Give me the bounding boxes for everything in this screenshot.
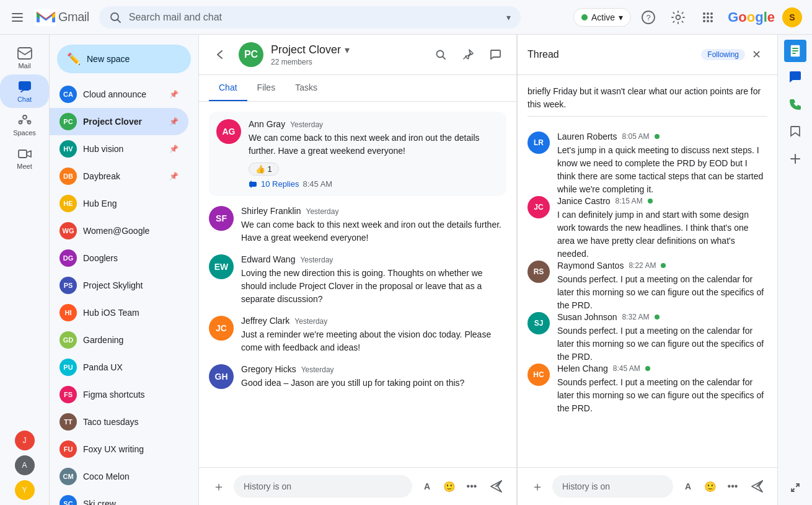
sidebar-item-name-dooglers: Dooglers xyxy=(83,253,179,263)
thread-avatar-t2: JC xyxy=(527,196,550,218)
search-chat-button[interactable] xyxy=(430,43,452,66)
nav-meet[interactable]: Meet xyxy=(0,141,49,175)
sidebar-avatar-gardening: GD xyxy=(60,331,77,349)
sidebar-item-cloud-announce[interactable]: CA Cloud announce 📌 xyxy=(50,81,188,108)
msg-time-m1: Yesterday xyxy=(290,120,323,129)
pin-icon-daybreak: 📌 xyxy=(169,172,179,181)
thread-content-t4: Susan Johnson 8:32 AM Sounds perfect. I … xyxy=(557,312,767,364)
new-chat-button[interactable] xyxy=(484,43,506,66)
search-bar[interactable]: Search mail and chat ▾ xyxy=(99,6,521,29)
sidebar-item-foxy-ux[interactable]: FU Foxy UX writing xyxy=(50,436,188,463)
right-phone-icon[interactable] xyxy=(783,92,808,117)
thread-input[interactable]: History is on xyxy=(552,475,673,498)
sidebar-item-name-panda-ux: Panda UX xyxy=(83,362,179,372)
msg-time-m3: Yesterday xyxy=(300,256,333,264)
chat-add-button[interactable]: ＋ xyxy=(209,476,229,496)
thread-add-button[interactable]: ＋ xyxy=(527,476,547,496)
thread-message-t2: JC Janice Castro 8:15 AM I can definitel… xyxy=(527,196,767,261)
new-space-button[interactable]: ✏️ New space xyxy=(57,45,191,73)
sidebar-item-project-clover[interactable]: PC Project Clover 📌 xyxy=(50,108,188,135)
sidebar-item-taco-tuesdays[interactable]: TT Taco tuesdays xyxy=(50,408,188,436)
sidebar-item-gardening[interactable]: GD Gardening xyxy=(50,326,188,354)
svg-rect-22 xyxy=(19,150,27,158)
tab-tasks[interactable]: Tasks xyxy=(285,75,327,101)
sidebar-item-dooglers[interactable]: DG Dooglers xyxy=(50,244,188,272)
online-indicator-t1 xyxy=(655,134,660,139)
online-indicator-t4 xyxy=(655,315,660,320)
msg-time-m4: Yesterday xyxy=(294,317,327,326)
user-avatar-3[interactable]: Y xyxy=(15,480,35,500)
settings-button[interactable] xyxy=(666,5,691,30)
more-button[interactable]: ••• xyxy=(462,476,482,496)
send-button[interactable] xyxy=(487,476,506,496)
svg-rect-28 xyxy=(792,50,798,51)
tab-chat[interactable]: Chat xyxy=(209,75,247,101)
chat-input[interactable]: History is on xyxy=(234,475,412,498)
apps-button[interactable] xyxy=(695,5,720,30)
thread-close-button[interactable]: ✕ xyxy=(745,43,767,66)
active-label: Active xyxy=(591,12,615,22)
title-caret[interactable]: ▾ xyxy=(345,44,350,56)
thread-sender-t2: Janice Castro xyxy=(557,196,611,206)
nav-spaces[interactable]: Spaces xyxy=(0,108,49,141)
help-button[interactable]: ? xyxy=(636,5,661,30)
right-add-icon[interactable] xyxy=(783,146,808,171)
right-bookmark-icon[interactable] xyxy=(783,119,808,144)
search-dropdown-icon[interactable]: ▾ xyxy=(506,12,511,22)
format-button[interactable]: A xyxy=(417,476,437,496)
back-button[interactable] xyxy=(209,43,231,66)
chat-input-placeholder: History is on xyxy=(244,481,291,491)
active-dot xyxy=(581,14,588,20)
svg-point-14 xyxy=(703,20,705,22)
replies-m1[interactable]: 10 Replies 8:45 AM xyxy=(249,179,499,189)
emoji-button[interactable]: 🙂 xyxy=(439,476,459,496)
active-status-badge[interactable]: Active ▾ xyxy=(573,8,631,27)
pin-button[interactable] xyxy=(457,43,479,66)
sidebar-avatar-figma-shortcuts: FS xyxy=(60,386,77,403)
thread-format-button[interactable]: A xyxy=(678,476,698,496)
thread-emoji-button[interactable]: 🙂 xyxy=(700,476,720,496)
nav-chat[interactable]: Chat xyxy=(0,74,49,108)
thread-messages-container: LR Lauren Roberts 8:05 AM Let's jump in … xyxy=(527,132,767,415)
active-caret: ▾ xyxy=(619,12,623,22)
sidebar-item-project-skylight[interactable]: PS Project Skylight xyxy=(50,272,188,299)
thread-time-t1: 8:05 AM xyxy=(622,132,650,141)
sidebar-item-women-google[interactable]: WG Women@Google xyxy=(50,217,188,244)
sidebar-item-hub-ios[interactable]: HI Hub iOS Team xyxy=(50,299,188,326)
search-input-label: Search mail and chat xyxy=(129,12,499,23)
sidebar-item-name-women-google: Women@Google xyxy=(83,226,179,236)
right-expand-icon[interactable] xyxy=(783,475,808,500)
right-sheets-icon[interactable] xyxy=(784,40,806,62)
thread-text-t4: Sounds perfect. I put a meeting on the c… xyxy=(557,324,767,364)
svg-text:?: ? xyxy=(647,13,651,22)
msg-header-m5: Gregory Hicks Yesterday xyxy=(241,364,506,374)
hamburger-menu[interactable] xyxy=(5,5,30,30)
chat-messages-list: AG Ann Gray Yesterday We can come back t… xyxy=(199,102,516,467)
svg-point-9 xyxy=(707,12,709,15)
user-avatar-2[interactable]: A xyxy=(15,455,35,475)
svg-point-15 xyxy=(707,20,709,22)
thread-send-button[interactable] xyxy=(748,476,767,496)
thread-time-t5: 8:45 AM xyxy=(613,364,640,373)
sidebar-item-figma-shortcuts[interactable]: FS Figma shortcuts xyxy=(50,381,188,408)
sidebar-item-hub-vision[interactable]: HV Hub vision 📌 xyxy=(50,135,188,163)
reaction-m1[interactable]: 👍 1 xyxy=(249,163,279,176)
sidebar-item-panda-ux[interactable]: PU Panda UX xyxy=(50,354,188,381)
sidebar-item-hub-eng[interactable]: HE Hub Eng xyxy=(50,190,188,217)
right-chat-icon[interactable] xyxy=(783,65,808,89)
svg-rect-0 xyxy=(12,13,23,14)
sidebar-item-daybreak[interactable]: DB Daybreak 📌 xyxy=(50,163,188,190)
user-avatar-top[interactable]: S xyxy=(782,7,802,27)
svg-rect-17 xyxy=(18,48,32,59)
chat-title-text: Project Clover xyxy=(271,43,341,56)
thread-more-button[interactable]: ••• xyxy=(723,476,743,496)
user-avatar-1[interactable]: J xyxy=(15,431,35,450)
thread-msg-header-t1: Lauren Roberts 8:05 AM xyxy=(557,132,767,141)
sidebar-item-coco-melon[interactable]: CM Coco Melon xyxy=(50,463,188,490)
sidebar-item-name-hub-eng: Hub Eng xyxy=(83,199,179,208)
tab-files[interactable]: Files xyxy=(247,75,286,101)
nav-mail[interactable]: Mail xyxy=(0,41,49,74)
thread-msg-header-t5: Helen Chang 8:45 AM xyxy=(557,364,767,373)
sidebar-item-ski-crew[interactable]: SC Ski crew xyxy=(50,490,188,505)
sidebar-avatar-project-skylight: PS xyxy=(60,277,77,294)
